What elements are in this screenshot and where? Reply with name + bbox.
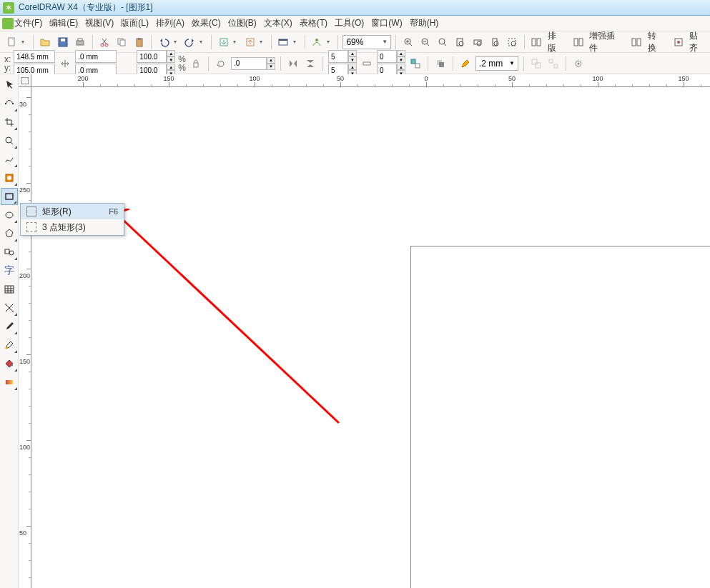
- spin-down[interactable]: ▼: [167, 56, 175, 63]
- menu-view[interactable]: 视图(V): [85, 17, 114, 29]
- app-launcher-dropdown[interactable]: ▾: [293, 39, 300, 45]
- menu-effects[interactable]: 效果(C): [192, 17, 221, 29]
- undo-dropdown[interactable]: ▾: [174, 39, 181, 45]
- zoom-tool[interactable]: [1, 132, 18, 149]
- import-button[interactable]: [216, 34, 231, 50]
- spin-down[interactable]: ▼: [397, 56, 405, 63]
- pick-tool[interactable]: [1, 76, 18, 94]
- spin-down[interactable]: ▼: [267, 64, 275, 70]
- panel-layout-icon[interactable]: [529, 34, 544, 50]
- svg-rect-4: [78, 39, 82, 41]
- width-input[interactable]: .0 mm: [75, 50, 117, 63]
- spin-up[interactable]: ▲: [167, 50, 175, 56]
- panel-enhance-label[interactable]: 增强插件: [589, 30, 622, 54]
- new-dropdown[interactable]: ▾: [21, 39, 29, 45]
- redo-button[interactable]: [182, 34, 197, 50]
- text-tool[interactable]: 字: [1, 262, 18, 279]
- svg-rect-37: [411, 59, 415, 64]
- angle-input[interactable]: .0: [231, 57, 267, 70]
- save-button[interactable]: [55, 34, 70, 50]
- paste-button[interactable]: [132, 34, 147, 50]
- basic-shapes-tool[interactable]: [1, 244, 18, 261]
- lock-ratio-button[interactable]: [189, 56, 203, 71]
- zoom-level-select[interactable]: 69% ▼: [342, 35, 391, 49]
- spin-up[interactable]: ▲: [348, 50, 357, 56]
- open-button[interactable]: [38, 34, 53, 50]
- redo-dropdown[interactable]: ▾: [199, 39, 207, 45]
- menu-help[interactable]: 帮助(H): [410, 17, 439, 29]
- flyout-rectangle[interactable]: 矩形(R) F6: [21, 204, 124, 219]
- menu-bitmaps[interactable]: 位图(B): [228, 17, 257, 29]
- panel-snap-icon[interactable]: [671, 34, 686, 50]
- menu-window[interactable]: 窗口(W): [371, 17, 402, 29]
- options-button[interactable]: [571, 56, 586, 71]
- zoom-in-button[interactable]: [400, 34, 415, 50]
- zoom-fit-button[interactable]: [435, 34, 450, 50]
- outline-width-select[interactable]: .2 mm ▼: [475, 56, 518, 71]
- flyout-3point-rectangle[interactable]: 3 点矩形(3): [21, 219, 124, 235]
- menu-tools[interactable]: 工具(O): [335, 17, 364, 29]
- zoom-selection-button[interactable]: [505, 34, 520, 50]
- polygon-tool[interactable]: [1, 225, 18, 242]
- zoom-width-button[interactable]: [470, 34, 485, 50]
- export-button[interactable]: [242, 34, 257, 50]
- svg-rect-40: [439, 62, 444, 67]
- eyedropper-tool[interactable]: [1, 318, 18, 335]
- panel-transform-icon[interactable]: [629, 34, 644, 50]
- print-button[interactable]: [72, 34, 87, 50]
- mirror-h-button[interactable]: [286, 56, 300, 71]
- ruler-origin[interactable]: [19, 74, 31, 87]
- menu-layout[interactable]: 版面(L): [121, 17, 149, 29]
- canvas[interactable]: [31, 87, 710, 588]
- horizontal-ruler[interactable]: 20015010050050100150: [31, 74, 710, 87]
- zoom-out-button[interactable]: [418, 34, 433, 50]
- rectangle-tool[interactable]: [1, 188, 18, 205]
- menu-file[interactable]: 文件(F): [14, 17, 42, 29]
- x-position-input[interactable]: 148.5 mm: [14, 50, 55, 63]
- new-button[interactable]: [4, 34, 19, 50]
- spin-up[interactable]: ▲: [267, 57, 275, 64]
- export-dropdown[interactable]: ▾: [260, 39, 267, 45]
- menu-edit[interactable]: 编辑(E): [49, 17, 78, 29]
- menu-arrange[interactable]: 排列(A): [156, 17, 184, 29]
- group-button[interactable]: [529, 56, 543, 71]
- cut-button[interactable]: [97, 34, 112, 50]
- import-dropdown[interactable]: ▾: [233, 39, 240, 45]
- spin-up[interactable]: ▲: [167, 64, 175, 70]
- spin-up[interactable]: ▲: [397, 64, 405, 70]
- fill-tool[interactable]: [1, 355, 18, 372]
- dimension-tool[interactable]: [1, 299, 18, 317]
- panel-enhance-icon[interactable]: [571, 34, 586, 50]
- shape-tool[interactable]: [1, 95, 18, 112]
- to-front-button[interactable]: [433, 56, 448, 71]
- welcome-button[interactable]: [310, 34, 325, 50]
- welcome-dropdown[interactable]: ▾: [327, 39, 334, 45]
- ungroup-button[interactable]: [546, 56, 561, 71]
- panel-layout-label[interactable]: 排版: [548, 30, 564, 54]
- crop-tool[interactable]: [1, 114, 18, 131]
- menu-text[interactable]: 文本(X): [264, 17, 292, 29]
- panel-snap-label[interactable]: 贴齐: [689, 30, 706, 54]
- wrap-button[interactable]: [408, 56, 423, 71]
- spin-down[interactable]: ▼: [348, 56, 357, 63]
- freehand-tool[interactable]: [1, 151, 18, 168]
- copy-button[interactable]: [114, 34, 129, 50]
- menu-table[interactable]: 表格(T): [300, 17, 327, 29]
- smart-fill-tool[interactable]: [1, 169, 18, 186]
- zoom-height-button[interactable]: [487, 34, 502, 50]
- dup-x-input[interactable]: 5: [328, 50, 348, 63]
- undo-button[interactable]: [156, 34, 171, 50]
- col-input-1[interactable]: 0: [377, 50, 397, 63]
- ellipse-tool[interactable]: [1, 206, 18, 224]
- app-launcher-button[interactable]: [276, 34, 291, 50]
- panel-transform-label[interactable]: 转换: [648, 30, 664, 54]
- spin-up[interactable]: ▲: [397, 50, 405, 56]
- scale-x-input[interactable]: 100.0: [137, 50, 167, 63]
- vertical-ruler[interactable]: 3025020015010050: [19, 87, 31, 588]
- zoom-page-button[interactable]: [453, 34, 468, 50]
- table-tool[interactable]: [1, 281, 18, 298]
- spin-up[interactable]: ▲: [348, 64, 357, 70]
- outline-tool[interactable]: [1, 337, 18, 354]
- interactive-fill-tool[interactable]: [1, 374, 18, 391]
- mirror-v-button[interactable]: [303, 56, 317, 71]
